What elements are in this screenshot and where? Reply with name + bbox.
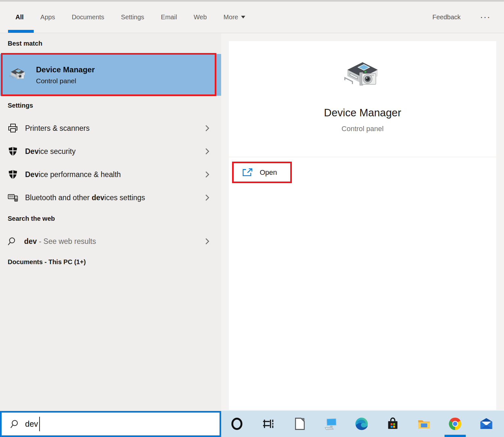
computer-monitor-icon [323,417,338,431]
chevron-right-icon [205,194,210,201]
result-device-security[interactable]: Device security [0,140,221,163]
device-manager-icon-large [342,56,383,96]
preview-card: Device Manager Control panel Open [229,41,496,410]
documents-section-header[interactable]: Documents - This PC (1+) [8,258,86,266]
cortana-icon [230,417,244,431]
search-results-panel: Best match Device Manager Control panel … [0,33,221,411]
divider [229,157,496,157]
result-device-performance-health[interactable]: Device performance & health [0,163,221,186]
shield-icon [7,169,18,180]
text-caret [39,417,40,431]
taskbar-this-pc-button[interactable] [323,416,338,431]
best-match-subtitle: Control panel [36,77,95,85]
chevron-right-icon [205,125,210,132]
active-tab-indicator [8,30,34,33]
best-match-header: Best match [8,40,42,47]
taskbar-file-explorer-button[interactable] [417,416,431,431]
best-match-result-device-manager[interactable]: Device Manager Control panel [0,54,221,96]
chrome-icon [448,417,462,431]
tab-web[interactable]: Web [194,13,207,21]
search-icon [10,419,20,429]
tab-more[interactable]: More [223,13,245,21]
taskbar-task-view-button[interactable] [261,416,275,431]
mail-icon [479,417,493,431]
overflow-menu-button[interactable]: ··· [481,13,491,21]
search-web-header: Search the web [8,215,55,222]
shield-icon [7,146,18,157]
taskbar-cortana-button[interactable] [230,416,244,431]
result-printers-scanners[interactable]: Printers & scanners [0,117,221,140]
search-icon [7,236,17,246]
chevron-right-icon [205,171,210,178]
open-external-icon [242,168,253,177]
tab-all[interactable]: All [15,13,24,21]
open-button[interactable]: Open [234,163,290,182]
task-view-icon [261,417,275,431]
tab-documents[interactable]: Documents [72,13,104,21]
preview-subtitle: Control panel [229,125,496,133]
libreoffice-document-icon [292,417,306,431]
taskbar-search-box[interactable] [0,411,221,437]
start-menu-search: All Apps Documents Settings Email Web Mo… [0,0,504,437]
chrome-active-indicator [445,435,466,437]
device-manager-icon [8,66,27,84]
preview-panel: Device Manager Control panel Open [221,33,504,411]
search-input[interactable] [25,419,192,429]
dropdown-arrow-icon [241,16,245,19]
devices-icon [7,192,18,203]
tab-settings[interactable]: Settings [121,13,144,21]
file-explorer-icon [417,417,431,431]
preview-title: Device Manager [229,107,496,119]
taskbar-edge-button[interactable] [354,416,369,431]
settings-section-header: Settings [8,102,33,109]
result-web-search-dev[interactable]: dev - See web results [0,230,221,253]
taskbar-mail-button[interactable] [479,416,494,431]
open-button-label: Open [260,168,277,177]
taskbar-chrome-button[interactable] [448,416,463,431]
search-filter-bar: All Apps Documents Settings Email Web Mo… [0,0,504,33]
chevron-right-icon [205,238,210,245]
chevron-right-icon [205,148,210,155]
result-bluetooth-devices-settings[interactable]: Bluetooth and other devices settings [0,186,221,209]
printer-icon [7,123,18,134]
tab-email[interactable]: Email [161,13,177,21]
taskbar-microsoft-store-button[interactable] [385,416,400,431]
microsoft-store-icon [386,417,400,431]
taskbar-libreoffice-button[interactable] [292,416,307,431]
taskbar [221,411,504,437]
feedback-button[interactable]: Feedback [432,13,461,21]
filter-tabs: All Apps Documents Settings Email Web Mo… [0,13,245,21]
tab-apps[interactable]: Apps [40,13,55,21]
best-match-title: Device Manager [36,65,95,74]
edge-icon [355,417,369,431]
